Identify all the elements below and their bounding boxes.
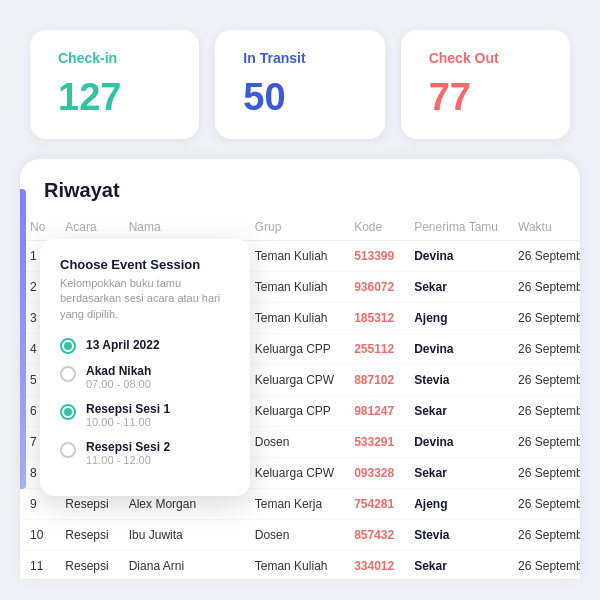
session-radio-0[interactable] [60, 366, 76, 382]
checkout-label: Check Out [429, 50, 542, 66]
cell-grup: Keluarga CPW [245, 458, 344, 489]
cell-penerima: Devina [404, 334, 508, 365]
cell-kode: 513399 [344, 241, 404, 272]
cell-penerima: Devina [404, 241, 508, 272]
col-acara: Acara [55, 214, 118, 241]
stats-row: Check-in 127 In Transit 50 Check Out 77 [0, 0, 600, 159]
session-name-0: Akad Nikah [86, 364, 151, 378]
cell-waktu: 26 September 2021, 15: [508, 303, 580, 334]
cell-acara: Resepsi [55, 551, 118, 575]
cell-kode: 857432 [344, 520, 404, 551]
session-name-2: Resepsi Sesi 2 [86, 440, 170, 454]
table-row[interactable]: 10 Resepsi Ibu Juwita Dosen 857432 Stevi… [20, 520, 580, 551]
popup-date: 13 April 2022 [86, 338, 160, 352]
cell-kode: 255112 [344, 334, 404, 365]
col-waktu: Waktu [508, 214, 580, 241]
cell-kode: 887102 [344, 365, 404, 396]
cell-waktu: 26 September 2021, 15: [508, 396, 580, 427]
cell-waktu: 26 September 2021, 16: [508, 489, 580, 520]
checkout-value: 77 [429, 76, 542, 119]
col-penerima: Penerima Tamu [404, 214, 508, 241]
cell-waktu: 26 September 2021, 16: [508, 520, 580, 551]
table-row[interactable]: 11 Resepsi Diana Arni Teman Kuliah 33401… [20, 551, 580, 575]
cell-kode: 754281 [344, 489, 404, 520]
cell-penerima: Sekar [404, 396, 508, 427]
cell-waktu: 26 September 2021, 15: [508, 365, 580, 396]
checkin-card: Check-in 127 [30, 30, 199, 139]
session-time-0: 07.00 - 08.00 [86, 378, 151, 390]
checkin-label: Check-in [58, 50, 171, 66]
cell-grup: Teman Kuliah [245, 272, 344, 303]
cell-penerima: Sekar [404, 272, 508, 303]
cell-penerima: Ajeng [404, 303, 508, 334]
section-title: Riwayat [20, 179, 580, 214]
cell-penerima: Stevia [404, 365, 508, 396]
cell-penerima: Ajeng [404, 489, 508, 520]
cell-no: 11 [20, 551, 55, 575]
cell-kode: 981247 [344, 396, 404, 427]
session-radio-1[interactable] [60, 404, 76, 420]
checkout-card: Check Out 77 [401, 30, 570, 139]
cell-waktu: 26 September 2021, 15: [508, 241, 580, 272]
cell-penerima: Stevia [404, 520, 508, 551]
col-nama: Nama [119, 214, 245, 241]
cell-grup: Dosen [245, 520, 344, 551]
session-time-2: 11.00 - 12.00 [86, 454, 170, 466]
cell-penerima: Devina [404, 427, 508, 458]
event-session-popup: Choose Event Session Kelompokkan buku ta… [40, 239, 250, 496]
cell-acara: Resepsi [55, 520, 118, 551]
session-name-1: Resepsi Sesi 1 [86, 402, 170, 416]
cell-grup: Teman Kuliah [245, 551, 344, 575]
date-radio[interactable] [60, 338, 76, 354]
cell-kode: 093328 [344, 458, 404, 489]
table-header-row: No Acara Nama Grup Kode Penerima Tamu Wa… [20, 214, 580, 241]
session-item-2[interactable]: Resepsi Sesi 2 11.00 - 12.00 [60, 440, 230, 466]
cell-waktu: 26 September 2021, 16: [508, 551, 580, 575]
cell-no: 10 [20, 520, 55, 551]
transit-value: 50 [243, 76, 356, 119]
session-info-1: Resepsi Sesi 1 10.00 - 11.00 [86, 402, 170, 428]
session-item-0[interactable]: Akad Nikah 07.00 - 08.00 [60, 364, 230, 390]
popup-date-item[interactable]: 13 April 2022 [60, 336, 230, 354]
cell-waktu: 26 September 2021, 15: [508, 334, 580, 365]
transit-label: In Transit [243, 50, 356, 66]
session-info-0: Akad Nikah 07.00 - 08.00 [86, 364, 151, 390]
main-content: Riwayat No Acara Nama Grup Kode Penerima… [20, 159, 580, 579]
cell-kode: 334012 [344, 551, 404, 575]
cell-kode: 533291 [344, 427, 404, 458]
cell-grup: Keluarga CPP [245, 334, 344, 365]
col-kode: Kode [344, 214, 404, 241]
cell-grup: Teman Kuliah [245, 241, 344, 272]
session-time-1: 10.00 - 11.00 [86, 416, 170, 428]
cell-grup: Teman Kuliah [245, 303, 344, 334]
cell-waktu: 26 September 2021, 15: [508, 272, 580, 303]
cell-nama: Diana Arni [119, 551, 245, 575]
checkin-value: 127 [58, 76, 171, 119]
cell-kode: 185312 [344, 303, 404, 334]
session-radio-2[interactable] [60, 442, 76, 458]
cell-nama: Ibu Juwita [119, 520, 245, 551]
popup-desc: Kelompokkan buku tamu berdasarkan sesi a… [60, 276, 230, 322]
cell-kode: 936072 [344, 272, 404, 303]
session-item-1[interactable]: Resepsi Sesi 1 10.00 - 11.00 [60, 402, 230, 428]
cell-grup: Keluarga CPP [245, 396, 344, 427]
cell-penerima: Sekar [404, 551, 508, 575]
cell-grup: Teman Kerja [245, 489, 344, 520]
session-info-2: Resepsi Sesi 2 11.00 - 12.00 [86, 440, 170, 466]
cell-waktu: 26 September 2021, 15: [508, 427, 580, 458]
cell-penerima: Sekar [404, 458, 508, 489]
accent-bar [20, 189, 26, 489]
transit-card: In Transit 50 [215, 30, 384, 139]
popup-title: Choose Event Session [60, 257, 230, 272]
cell-waktu: 26 September 2021, 16: [508, 458, 580, 489]
cell-grup: Dosen [245, 427, 344, 458]
cell-grup: Keluarga CPW [245, 365, 344, 396]
col-grup: Grup [245, 214, 344, 241]
